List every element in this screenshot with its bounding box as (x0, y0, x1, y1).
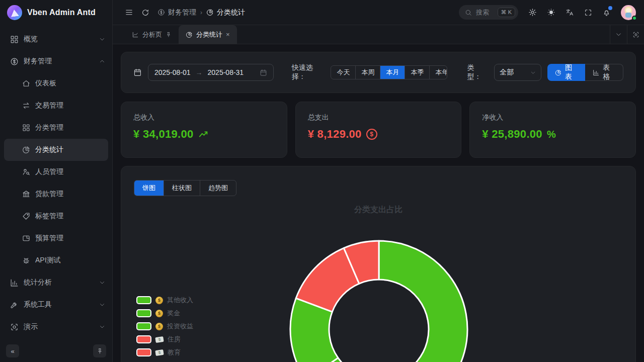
quick-year-button[interactable]: 本年 (429, 66, 447, 79)
notifications-button[interactable] (602, 8, 611, 17)
stat-amount: ¥ 34,019.00 (133, 128, 194, 141)
pie-chart-icon (206, 9, 214, 16)
search-placeholder: 搜索 (476, 8, 489, 17)
tab-list-dropdown-button[interactable] (610, 25, 627, 44)
stat-value: ¥ 25,890.00 % (482, 128, 623, 141)
logo[interactable]: Vben Admin Antd (0, 0, 112, 25)
user-avatar[interactable] (621, 5, 636, 20)
search-icon (465, 9, 472, 16)
collapse-sidebar-button[interactable]: « (6, 344, 19, 357)
sidebar-item-transactions[interactable]: 交易管理 (4, 95, 108, 117)
online-status-dot (632, 16, 637, 21)
calendar-icon (133, 68, 142, 77)
quick-month-button[interactable]: 本月 (380, 66, 405, 79)
sidebar-item-label: 概览 (24, 35, 38, 44)
stat-card-income: 总收入 ¥ 34,019.00 (121, 102, 287, 158)
wallet-icon (22, 234, 30, 242)
legend-item[interactable]: $奖金 (136, 307, 193, 320)
chevron-up-icon (99, 58, 105, 64)
quick-today-button[interactable]: 今天 (331, 66, 355, 79)
settings-button[interactable] (528, 8, 537, 17)
pin-sidebar-button[interactable] (93, 344, 106, 357)
refresh-button[interactable] (141, 9, 149, 17)
quick-week-button[interactable]: 本周 (355, 66, 380, 79)
app-title: Vben Admin Antd (27, 8, 96, 17)
date-end-value[interactable]: 2025-08-31 (208, 68, 244, 76)
view-table-button[interactable]: 表格 (585, 64, 623, 81)
hamburger-menu-button[interactable] (125, 8, 133, 17)
dollar-circle-icon (10, 57, 19, 66)
breadcrumb-finance[interactable]: 财务管理 (157, 8, 196, 17)
pie-chart-icon (186, 31, 193, 38)
type-select[interactable]: 全部 (494, 64, 541, 81)
maximize-icon (632, 31, 639, 38)
tab-analysis[interactable]: 分析页 (125, 25, 179, 44)
sidebar-item-overview[interactable]: 概览 (4, 28, 108, 50)
date-range-picker[interactable]: 2025-08-01 → 2025-08-31 (148, 64, 274, 81)
refresh-icon (141, 9, 149, 17)
sidebar-footer: « (0, 340, 112, 362)
date-start-value[interactable]: 2025-08-01 (154, 68, 191, 76)
fullscreen-button[interactable] (584, 9, 592, 17)
stat-label: 总收入 (133, 113, 275, 122)
sidebar-item-system-tools[interactable]: 系统工具 (4, 294, 108, 316)
trending-up-icon (198, 129, 209, 140)
range-arrow: → (196, 68, 203, 76)
chart-tab-trend[interactable]: 趋势图 (200, 180, 236, 196)
sidebar-item-dashboard[interactable]: 仪表板 (4, 72, 108, 95)
tab-category-stats[interactable]: 分类统计 × (179, 25, 237, 44)
sidebar-item-tags[interactable]: 标签管理 (4, 205, 108, 227)
sidebar-item-label: 分类统计 (35, 145, 63, 154)
sidebar-item-budget[interactable]: 预算管理 (4, 227, 108, 249)
filter-panel: 2025-08-01 → 2025-08-31 快速选择： 今天 本周 本月 本… (121, 52, 636, 93)
chart-tab-bar[interactable]: 柱状图 (164, 180, 200, 196)
tab-bar-actions (610, 25, 644, 44)
breadcrumb-label: 分类统计 (217, 8, 245, 17)
view-chart-button[interactable]: 图表 (547, 64, 585, 81)
maximize-content-button[interactable] (627, 25, 644, 44)
sidebar-item-label: 预算管理 (35, 234, 63, 243)
theme-toggle-button[interactable] (547, 8, 555, 17)
stat-label: 净收入 (482, 113, 623, 122)
sidebar-item-label: 分类管理 (35, 123, 63, 132)
legend-label: 投资收益 (167, 322, 193, 331)
breadcrumb-category-stats[interactable]: 分类统计 (206, 8, 245, 17)
fullscreen-icon (584, 9, 592, 17)
sidebar-item-demo[interactable]: 演示 (4, 316, 108, 338)
sidebar-item-members[interactable]: 人员管理 (4, 161, 108, 183)
pin-icon[interactable] (166, 32, 172, 38)
quick-quarter-button[interactable]: 本季 (405, 66, 429, 79)
pie-chart-icon (555, 69, 561, 76)
chevron-down-icon (99, 324, 105, 330)
money-bag-icon: $ (155, 297, 163, 304)
chart-panel: 饼图 柱状图 趋势图 分类支出占比 $其他收入$奖金$投资收益$住房$教育 (121, 166, 636, 362)
legend-swatch (136, 309, 151, 317)
sidebar-item-statistics[interactable]: 统计分析 (4, 272, 108, 294)
user-search-icon (22, 168, 30, 176)
sidebar-item-category-stats[interactable]: 分类统计 (4, 139, 108, 161)
dollar-circle-icon (157, 9, 165, 16)
chart-tab-pie[interactable]: 饼图 (134, 180, 164, 196)
stat-card-expense: 总支出 ¥ 8,129.00 $ (295, 102, 462, 158)
percent-icon: % (547, 129, 556, 140)
language-button[interactable] (566, 8, 574, 17)
top-header: 财务管理 › 分类统计 搜索 ⌘ K (113, 0, 644, 25)
sidebar-item-finance[interactable]: 财务管理 (4, 50, 108, 72)
bug-icon (22, 256, 30, 264)
header-actions: 搜索 ⌘ K (459, 5, 636, 20)
close-tab-icon[interactable]: × (226, 31, 230, 38)
sidebar-item-api-test[interactable]: API测试 (4, 249, 108, 272)
stat-amount: ¥ 8,129.00 (308, 128, 362, 141)
search-shortcut-badge: ⌘ K (498, 8, 515, 17)
sidebar-item-loans[interactable]: 贷款管理 (4, 183, 108, 205)
legend-item[interactable]: $其他收入 (136, 294, 193, 307)
search-input[interactable]: 搜索 ⌘ K (459, 5, 518, 20)
stat-label: 总支出 (308, 113, 449, 122)
sidebar-item-categories[interactable]: 分类管理 (4, 117, 108, 139)
chart-legend: $其他收入$奖金$投资收益$住房$教育 (136, 294, 193, 359)
legend-item[interactable]: $住房 (136, 333, 193, 346)
quick-select-group: 今天 本周 本月 本季 本年 (331, 65, 447, 79)
legend-item[interactable]: $投资收益 (136, 320, 193, 333)
chart-type-tabs: 饼图 柱状图 趋势图 (134, 180, 236, 196)
legend-item[interactable]: $教育 (136, 346, 193, 359)
